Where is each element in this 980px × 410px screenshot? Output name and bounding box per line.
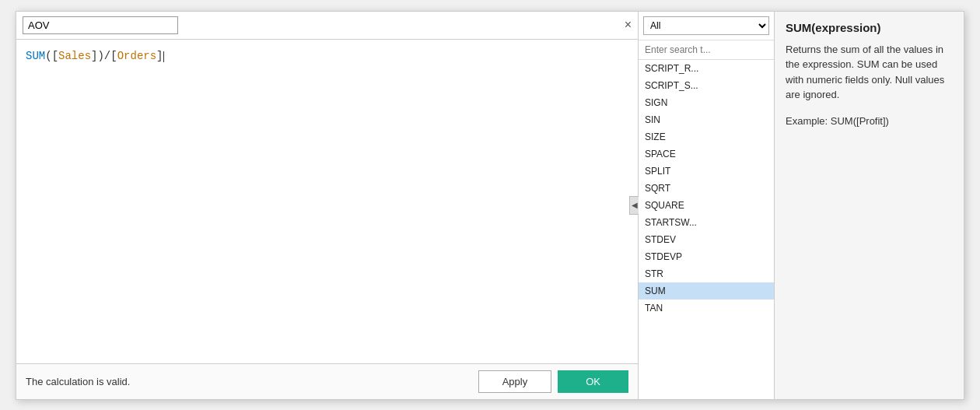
function-list-item[interactable]: STR	[639, 265, 774, 282]
close-button[interactable]: ×	[625, 19, 632, 31]
function-list-item[interactable]: STARTSW...	[639, 214, 774, 231]
search-input[interactable]	[639, 40, 774, 60]
function-list-item[interactable]: SPLIT	[639, 163, 774, 180]
title-bar: ×	[16, 12, 638, 40]
category-filter[interactable]: All Number String Date Logical	[643, 16, 769, 35]
status-bar: The calculation is valid. Apply OK	[16, 363, 638, 399]
function-list-item[interactable]: SQUARE	[639, 197, 774, 214]
formula-editor[interactable]: SUM([Sales])/[Orders]	[16, 40, 638, 363]
function-list-item[interactable]: SUM	[639, 282, 774, 300]
function-list-item[interactable]: SIZE	[639, 128, 774, 145]
formula-fn: SUM	[26, 50, 45, 62]
formula-field-sales: Sales	[58, 50, 91, 62]
filter-row: All Number String Date Logical	[639, 12, 774, 40]
function-list-item[interactable]: STDEVP	[639, 248, 774, 265]
calc-name-input[interactable]	[23, 16, 178, 34]
text-cursor	[163, 51, 164, 62]
function-list: SCRIPT_R...SCRIPT_S...SIGNSINSIZESPACESP…	[639, 60, 774, 399]
validation-status: The calculation is valid.	[26, 376, 130, 387]
collapse-arrow-button[interactable]: ◀	[629, 196, 639, 215]
function-list-item[interactable]: SCRIPT_R...	[639, 60, 774, 77]
help-title: SUM(expression)	[786, 21, 953, 34]
formula-field-orders: Orders	[117, 50, 156, 62]
function-list-item[interactable]: SCRIPT_S...	[639, 77, 774, 94]
function-list-item[interactable]: TAN	[639, 300, 774, 317]
apply-button[interactable]: Apply	[478, 370, 552, 393]
calc-dialog: × SUM([Sales])/[Orders] The calculation …	[16, 11, 964, 400]
ok-button[interactable]: OK	[558, 370, 628, 393]
help-panel: SUM(expression) Returns the sum of all t…	[775, 12, 964, 399]
function-list-item[interactable]: SIN	[639, 111, 774, 128]
help-example: Example: SUM([Profit])	[786, 114, 953, 129]
left-panel: × SUM([Sales])/[Orders] The calculation …	[16, 12, 639, 399]
function-list-item[interactable]: SIGN	[639, 94, 774, 111]
function-panel: ◀ All Number String Date Logical SCRIPT_…	[639, 12, 775, 399]
function-list-item[interactable]: SQRT	[639, 180, 774, 197]
function-list-item[interactable]: SPACE	[639, 145, 774, 163]
help-description: Returns the sum of all the values in the…	[786, 42, 953, 103]
action-buttons: Apply OK	[478, 370, 628, 393]
function-list-item[interactable]: STDEV	[639, 231, 774, 248]
